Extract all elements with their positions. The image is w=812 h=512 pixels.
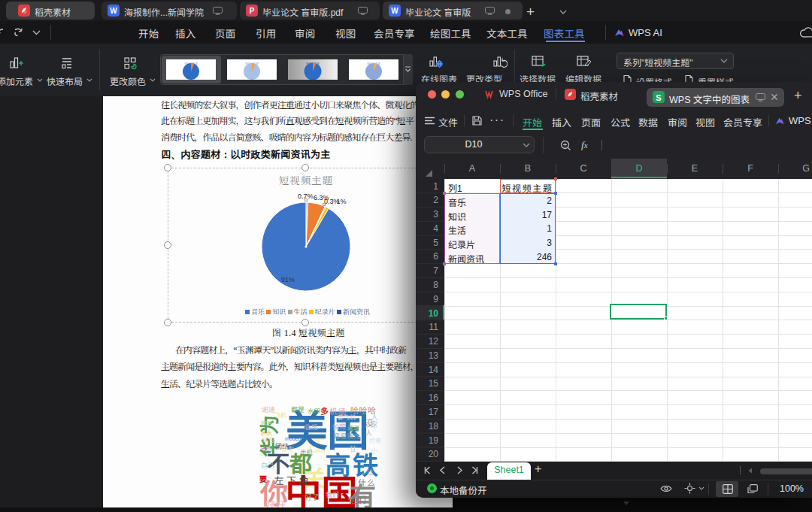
svg-text:S: S [656, 93, 661, 102]
svg-text:W: W [391, 7, 398, 15]
svg-text:P: P [250, 7, 255, 15]
svg-text:W: W [110, 7, 117, 15]
